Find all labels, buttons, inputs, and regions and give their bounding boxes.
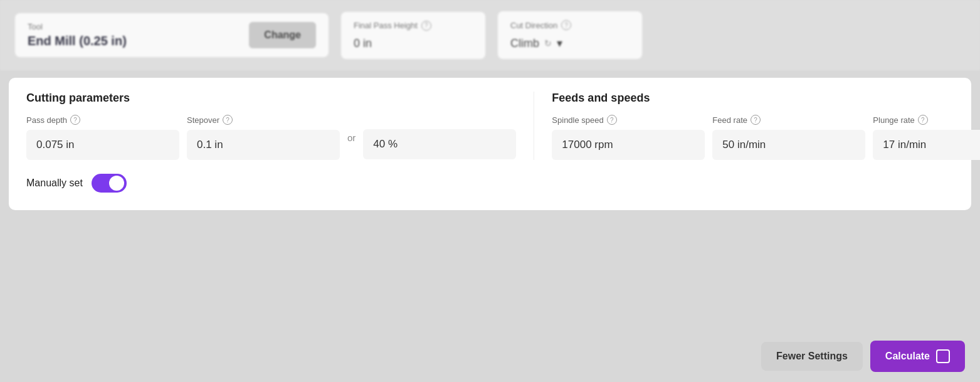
feed-rate-input[interactable] xyxy=(712,130,865,160)
tool-label: Tool xyxy=(28,22,127,31)
feeds-speeds-title: Feeds and speeds xyxy=(552,92,980,105)
stepover-percent-group xyxy=(363,115,516,159)
spindle-speed-input[interactable] xyxy=(552,130,705,160)
cut-direction-label: Cut Direction ? xyxy=(510,20,630,30)
manually-set-row: Manually set xyxy=(26,174,516,193)
pass-depth-group: Pass depth ? xyxy=(26,115,179,160)
cut-direction-value: Climb ↻ ▾ xyxy=(510,36,630,50)
feed-rate-help-icon: ? xyxy=(751,115,761,125)
plunge-rate-input[interactable] xyxy=(873,130,980,160)
pass-depth-help-icon: ? xyxy=(70,115,80,125)
stepover-percent-spacer xyxy=(363,115,516,124)
tool-name: End Mill (0.25 in) xyxy=(28,34,127,48)
feed-rate-label: Feed rate ? xyxy=(712,115,865,125)
cut-direction-help-icon: ? xyxy=(561,20,571,30)
feeds-speeds-fields: Spindle speed ? Feed rate ? Pl xyxy=(552,115,980,160)
plunge-rate-help-icon: ? xyxy=(918,115,928,125)
final-pass-card: Final Pass Height ? 0 in xyxy=(341,12,485,59)
pass-depth-label: Pass depth ? xyxy=(26,115,179,125)
final-pass-value: 0 in xyxy=(354,37,473,50)
plunge-rate-label: Plunge rate ? xyxy=(873,115,980,125)
top-section: Tool End Mill (0.25 in) Change Final Pas… xyxy=(0,0,980,70)
final-pass-help-icon: ? xyxy=(421,21,431,31)
tool-card: Tool End Mill (0.25 in) Change xyxy=(15,13,329,57)
bottom-bar: Fewer Settings Calculate xyxy=(0,331,980,382)
chevron-down-icon: ▾ xyxy=(557,36,562,50)
feeds-speeds-section: Feeds and speeds Spindle speed ? Feed ra… xyxy=(534,92,980,160)
spindle-speed-help-icon: ? xyxy=(607,115,617,125)
toggle-slider xyxy=(92,174,127,193)
stepover-group: Stepover ? xyxy=(187,115,340,160)
cutting-params-section: Cutting parameters Pass depth ? Stepover… xyxy=(26,92,516,193)
spindle-speed-group: Spindle speed ? xyxy=(552,115,705,160)
main-panel: Cutting parameters Pass depth ? Stepover… xyxy=(9,78,971,210)
calculate-icon xyxy=(936,349,950,363)
plunge-rate-group: Plunge rate ? xyxy=(873,115,980,160)
cutting-params-fields: Pass depth ? Stepover ? or xyxy=(26,115,516,160)
manually-set-toggle[interactable] xyxy=(92,174,127,193)
cutting-params-title: Cutting parameters xyxy=(26,92,516,105)
final-pass-label: Final Pass Height ? xyxy=(354,21,473,31)
refresh-icon: ↻ xyxy=(544,38,552,48)
panels-row: Cutting parameters Pass depth ? Stepover… xyxy=(26,92,954,193)
stepover-input[interactable] xyxy=(187,130,340,160)
stepover-percent-input[interactable] xyxy=(363,129,516,159)
manually-set-label: Manually set xyxy=(26,178,83,189)
stepover-label: Stepover ? xyxy=(187,115,340,125)
feed-rate-group: Feed rate ? xyxy=(712,115,865,160)
calculate-button[interactable]: Calculate xyxy=(870,341,965,372)
or-label: or xyxy=(347,115,356,152)
spindle-speed-label: Spindle speed ? xyxy=(552,115,705,125)
pass-depth-input[interactable] xyxy=(26,130,179,160)
fewer-settings-button[interactable]: Fewer Settings xyxy=(761,342,863,371)
cut-direction-card: Cut Direction ? Climb ↻ ▾ xyxy=(498,11,642,59)
change-button[interactable]: Change xyxy=(249,22,316,48)
stepover-help-icon: ? xyxy=(223,115,233,125)
